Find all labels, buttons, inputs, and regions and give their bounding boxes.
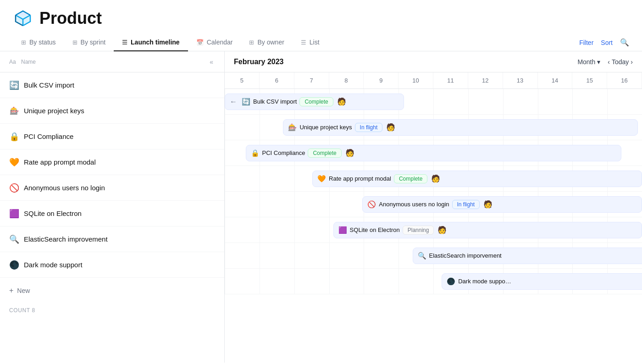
- bar-label-bulk-csv-bar: Bulk CSV import: [253, 98, 297, 105]
- filter-button[interactable]: Filter: [579, 39, 593, 46]
- elasticsearch-icon: 🔍: [9, 234, 19, 244]
- sidebar-row-label: Dark mode support: [24, 261, 83, 269]
- timeline-rows: ←🔄Bulk CSV importComplete🧑🎰Unique projec…: [225, 89, 642, 294]
- timeline-row-bulk-csv-bar: ←🔄Bulk CSV importComplete🧑: [225, 89, 642, 115]
- timeline-bar-rate-app-bar[interactable]: 🧡Rate app prompt modalComplete🧑: [312, 171, 642, 187]
- avatar-unique-keys-bar: 🧑: [385, 122, 396, 133]
- tab-calendar[interactable]: 📅 Calendar: [188, 34, 241, 51]
- avatar-anon-bar: 🧑: [482, 199, 493, 210]
- tab-by-owner[interactable]: ⊞ By owner: [241, 34, 292, 51]
- sidebar-item-rate-app[interactable]: 🧡 Rate app prompt modal: [0, 149, 224, 175]
- timeline-row-sqlite-bar: 🟪SQLite on ElectronPlanning🧑: [225, 217, 642, 243]
- sidebar-row-label: SQLite on Electron: [24, 210, 82, 217]
- app-header: Product: [0, 0, 642, 34]
- bar-icon-es-bar: 🔍: [418, 252, 426, 260]
- unique-keys-icon: 🎰: [9, 106, 19, 115]
- table-icon: ⊞: [21, 39, 26, 46]
- nav-actions: Filter Sort 🔍: [579, 38, 629, 47]
- month-title: February 2023: [234, 58, 284, 66]
- timeline-row-unique-keys-bar: 🎰Unique project keysIn flight🧑: [225, 115, 642, 140]
- table-icon-2: ⊞: [72, 39, 77, 46]
- day-header-10: 10: [398, 72, 433, 88]
- bar-label-anon-bar: Anonymous users no login: [379, 201, 449, 208]
- day-header-15: 15: [572, 72, 607, 88]
- bar-icon-rate-app-bar: 🧡: [317, 175, 326, 183]
- status-badge-sqlite-bar: Planning: [403, 226, 434, 235]
- bar-icon-sqlite-bar: 🟪: [338, 226, 347, 234]
- timeline-row-dark-mode-bar: 🌑Dark mode suppo…: [225, 269, 642, 294]
- bar-icon-unique-keys-bar: 🎰: [288, 123, 297, 132]
- day-header-6: 6: [260, 72, 294, 88]
- sidebar-item-pci[interactable]: 🔒 PCI Compliance: [0, 124, 224, 149]
- list-icon-2: ☰: [301, 39, 306, 46]
- rate-app-icon: 🧡: [9, 157, 19, 167]
- status-badge-anon-bar: In flight: [452, 200, 480, 209]
- timeline-bar-unique-keys-bar[interactable]: 🎰Unique project keysIn flight🧑: [283, 119, 638, 136]
- day-header-5: 5: [225, 72, 260, 88]
- pci-icon: 🔒: [9, 132, 19, 142]
- status-badge-unique-keys-bar: In flight: [355, 123, 383, 132]
- timeline-bar-anon-bar[interactable]: 🚫Anonymous users no loginIn flight🧑: [362, 196, 642, 213]
- bar-icon-bulk-csv-bar: 🔄: [242, 98, 250, 106]
- grid-icon: ⊞: [249, 39, 254, 46]
- sidebar-item-bulk-csv[interactable]: 🔄 Bulk CSV import: [0, 72, 224, 98]
- sidebar-item-elasticsearch[interactable]: 🔍 ElasticSearch improvement: [0, 226, 224, 252]
- sidebar-rows: 🔄 Bulk CSV import 🎰 Unique project keys …: [0, 72, 224, 363]
- sidebar-row-label: PCI Compliance: [24, 132, 73, 140]
- timeline-bar-sqlite-bar[interactable]: 🟪SQLite on ElectronPlanning🧑: [333, 222, 642, 238]
- dark-mode-icon: 🌑: [9, 260, 19, 270]
- tab-launch-timeline[interactable]: ☰ Launch timeline: [114, 34, 188, 51]
- day-header-11: 11: [433, 72, 468, 88]
- left-arrow-icon: ‹: [608, 58, 610, 66]
- day-header-16: 16: [607, 72, 642, 88]
- back-arrow-icon: ←: [230, 98, 237, 106]
- chevron-down-icon: ▾: [597, 58, 600, 66]
- bar-label-es-bar: ElasticSearch imporvement: [429, 252, 502, 259]
- sidebar-col-label: Aa Name: [9, 59, 36, 65]
- tab-by-sprint[interactable]: ⊞ By sprint: [64, 34, 114, 51]
- sidebar-item-unique-keys[interactable]: 🎰 Unique project keys: [0, 98, 224, 124]
- tab-list[interactable]: ☰ List: [293, 34, 328, 51]
- collapse-button[interactable]: «: [206, 56, 217, 67]
- sidebar-row-label: Rate app prompt modal: [24, 158, 96, 166]
- bar-label-sqlite-bar: SQLite on Electron: [350, 226, 400, 233]
- timeline-bar-bulk-csv-bar[interactable]: ←🔄Bulk CSV importComplete🧑: [225, 94, 404, 110]
- today-button[interactable]: ‹ Today ›: [608, 58, 633, 66]
- day-header-12: 12: [468, 72, 503, 88]
- bar-label-rate-app-bar: Rate app prompt modal: [329, 175, 391, 182]
- calendar-grid: 5678910111213141516 ←🔄Bulk CSV importCom…: [225, 72, 642, 363]
- day-header-8: 8: [329, 72, 364, 88]
- sidebar-item-dark-mode[interactable]: 🌑 Dark mode support: [0, 252, 224, 278]
- timeline-bar-dark-mode-bar[interactable]: 🌑Dark mode suppo…: [442, 273, 642, 290]
- timeline-row-rate-app-bar: 🧡Rate app prompt modalComplete🧑: [225, 166, 642, 192]
- timeline-row-es-bar: 🔍ElasticSearch imporvement: [225, 243, 642, 269]
- avatar-sqlite-bar: 🧑: [437, 225, 448, 236]
- month-selector[interactable]: Month ▾: [577, 58, 600, 66]
- sort-button[interactable]: Sort: [601, 39, 613, 46]
- status-badge-rate-app-bar: Complete: [394, 174, 427, 183]
- right-arrow-icon: ›: [631, 58, 633, 66]
- sidebar-item-anon-users[interactable]: 🚫 Anonymous users no login: [0, 175, 224, 201]
- product-logo-icon: [13, 8, 33, 28]
- day-header-13: 13: [503, 72, 538, 88]
- list-icon: ☰: [122, 39, 127, 46]
- timeline-controls: Month ▾ ‹ Today ›: [577, 58, 633, 66]
- sidebar-row-label: Anonymous users no login: [24, 184, 105, 192]
- avatar-bulk-csv-bar: 🧑: [336, 96, 347, 107]
- sidebar-item-sqlite[interactable]: 🟪 SQLite on Electron: [0, 201, 224, 226]
- avatar-pci-bar: 🧑: [344, 148, 355, 159]
- search-icon[interactable]: 🔍: [620, 38, 629, 47]
- anon-users-icon: 🚫: [9, 183, 19, 193]
- bar-icon-pci-bar: 🔒: [251, 149, 260, 157]
- new-row-button[interactable]: + New: [0, 278, 224, 303]
- timeline-bar-pci-bar[interactable]: 🔒PCI ComplianceComplete🧑: [246, 145, 621, 161]
- timeline-bar-es-bar[interactable]: 🔍ElasticSearch imporvement: [413, 248, 642, 264]
- sidebar-row-label: ElasticSearch improvement: [24, 235, 108, 243]
- status-badge-bulk-csv-bar: Complete: [299, 97, 333, 106]
- bar-label-dark-mode-bar: Dark mode suppo…: [458, 278, 511, 285]
- tab-by-status[interactable]: ⊞ By status: [13, 34, 64, 51]
- row-count: COUNT 8: [0, 303, 224, 317]
- status-badge-pci-bar: Complete: [308, 149, 341, 158]
- bar-icon-dark-mode-bar: 🌑: [447, 277, 455, 286]
- bar-label-pci-bar: PCI Compliance: [262, 149, 305, 156]
